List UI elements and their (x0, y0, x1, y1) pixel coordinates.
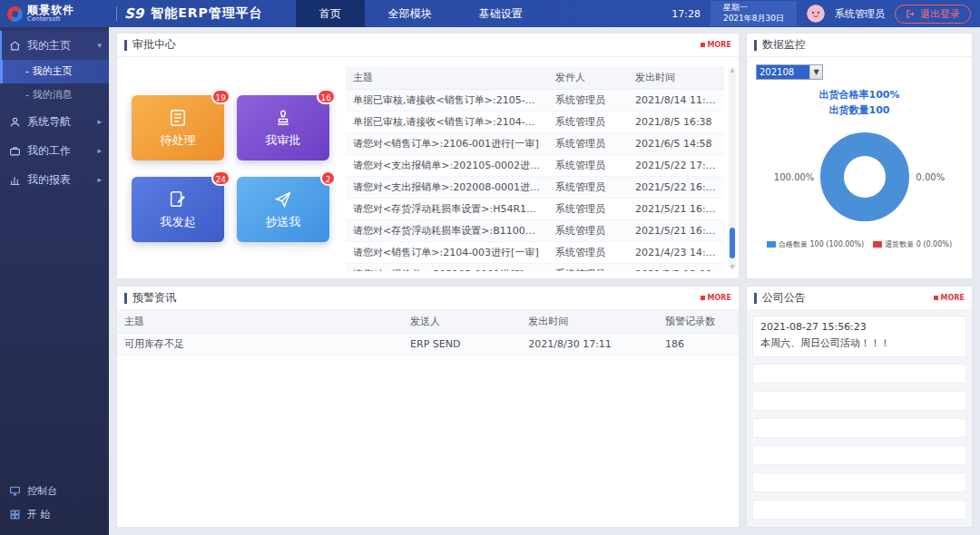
table-row[interactable]: 可用库存不足 ERP SEND 2021/8/30 17:11 186 (117, 334, 739, 355)
paper-plane-icon (273, 190, 293, 209)
column-header-time: 发出时间 (628, 66, 724, 90)
alerts-more-link[interactable]: MORE (701, 294, 731, 302)
logout-button[interactable]: 退出登录 (895, 5, 971, 24)
table-row[interactable]: 请您对<支出报销单>:202105-0002进行[审核] 系统管理员 2021/… (346, 155, 724, 177)
table-row[interactable]: 单据已审核,请接收<销售订单>:2104-002 系统管理员 2021/8/5 … (346, 112, 724, 133)
person-icon (9, 116, 21, 128)
scrollbar-thumb[interactable] (730, 228, 735, 258)
table-row[interactable]: 请您对<报价单>:202103-0001进行[审核] 系统管理员 2021/3/… (346, 264, 724, 272)
logo-name: 顺景软件 (27, 5, 74, 16)
column-header-time: 发出时间 (521, 310, 658, 334)
subject-cell[interactable]: 请您对<销售订单>:2104-003进行[一审] (346, 242, 548, 264)
pending-tasks-icon (168, 108, 188, 128)
column-header-sender: 发送人 (403, 310, 521, 334)
sender-cell: 系统管理员 (548, 112, 628, 133)
title-accent (754, 293, 757, 304)
legend-swatch-return (873, 241, 882, 248)
subject-cell[interactable]: 可用库存不足 (117, 334, 403, 355)
sender-cell: 系统管理员 (548, 155, 628, 177)
announcement-item[interactable]: 2021-08-27 15:56:23 本周六、周日公司活动！！！ (752, 316, 966, 357)
username-label: 系统管理员 (835, 7, 885, 21)
nav-base-settings[interactable]: 基础设置 (456, 0, 546, 27)
user-avatar[interactable] (807, 5, 825, 23)
announcement-time: 2021-08-27 15:56:23 (760, 321, 958, 333)
start-button[interactable]: 开 始 (0, 502, 109, 526)
tile-my-approvals[interactable]: 16 我审批 (237, 95, 329, 160)
subject-cell[interactable]: 请您对<支出报销单>:202105-0002进行[审核] (346, 155, 548, 177)
subject-cell[interactable]: 单据已审核,请接收<销售订单>:2105-001 (346, 90, 548, 112)
announcement-placeholder (752, 364, 966, 384)
sidebar-item-my-work[interactable]: 我的工作 ▸ (0, 136, 109, 165)
sender-cell: 系统管理员 (548, 199, 628, 220)
subject-cell[interactable]: 请您对<报价单>:202103-0001进行[审核] (346, 264, 548, 272)
logout-icon (906, 9, 916, 19)
subject-cell[interactable]: 请您对<存货浮动耗损率设置>:B11000001进行[审核] (346, 220, 548, 242)
time-cell: 2021/6/5 14:58 (628, 133, 724, 155)
column-header-count: 预警记录数 (658, 310, 739, 334)
column-header-subject: 主题 (117, 310, 403, 334)
sender-cell: 系统管理员 (548, 220, 628, 242)
subject-cell[interactable]: 请您对<支出报销单>:202008-0001进行[审核] (346, 177, 548, 199)
scroll-up-icon[interactable]: ▲ (729, 66, 736, 73)
alerts-panel: 预警资讯 MORE 主题 发送人 发出时间 预警记录数 (116, 286, 740, 528)
sidebar-item-my-reports[interactable]: 我的报表 ▸ (0, 165, 109, 194)
approval-more-link[interactable]: MORE (701, 41, 731, 49)
donut-right-label: 0.00% (916, 172, 945, 182)
approval-tiles: 19 待处理 16 我审批 24 (132, 66, 329, 271)
table-row[interactable]: 请您对<存货浮动耗损率设置>:H54R1S006002进行[审核] 系统管理员 … (346, 199, 724, 220)
subject-cell[interactable]: 单据已审核,请接收<销售订单>:2104-002 (346, 112, 548, 133)
chevron-down-icon: ▾ (97, 41, 102, 50)
table-row[interactable]: 请您对<销售订单>:2106-001进行[一审] 系统管理员 2021/6/5 … (346, 133, 724, 155)
chevron-right-icon: ▸ (97, 175, 102, 184)
tile-pending[interactable]: 19 待处理 (132, 95, 224, 160)
start-grid-icon (9, 509, 21, 520)
product-name: S9 (124, 5, 143, 22)
time-cell: 2021/5/21 16:13 (628, 220, 724, 242)
period-value: 202108 (757, 65, 809, 79)
tile-initiated-by-me[interactable]: 24 我发起 (132, 177, 224, 242)
sender-cell: 系统管理员 (548, 90, 628, 112)
announcement-placeholder (752, 500, 966, 520)
count-cell: 186 (658, 334, 739, 355)
sidebar-subitem-my-messages[interactable]: 我的消息 (0, 83, 109, 107)
subject-cell[interactable]: 请您对<存货浮动耗损率设置>:H54R1S006002进行[审核] (346, 199, 548, 220)
scrollbar-vertical[interactable]: ▲ ▼ (729, 66, 736, 269)
sidebar-subitem-my-home[interactable]: 我的主页 (0, 60, 109, 83)
title-accent (124, 40, 127, 51)
table-row[interactable]: 单据已审核,请接收<销售订单>:2105-001 系统管理员 2021/8/14… (346, 90, 724, 112)
panel-title: 公司公告 (762, 290, 806, 306)
table-row[interactable]: 请您对<存货浮动耗损率设置>:B11000001进行[审核] 系统管理员 202… (346, 220, 724, 242)
donut-left-label: 100.00% (774, 172, 815, 182)
time-cell: 2021/4/23 14:06 (628, 242, 724, 264)
title-accent (124, 293, 127, 304)
table-row[interactable]: 请您对<销售订单>:2104-003进行[一审] 系统管理员 2021/4/23… (346, 242, 724, 264)
app-logo: 顺景软件 Centersoft (0, 5, 109, 23)
time-cell: 2021/8/14 11:45 (628, 90, 724, 112)
badge-count: 19 (211, 89, 230, 104)
sidebar-item-system-nav[interactable]: 系统导航 ▸ (0, 107, 109, 136)
nav-home[interactable]: 首页 (296, 0, 365, 27)
sender-cell: 系统管理员 (548, 242, 628, 264)
table-row[interactable]: 请您对<支出报销单>:202008-0001进行[审核] 系统管理员 2021/… (346, 177, 724, 199)
more-icon (934, 296, 938, 300)
console-icon (9, 485, 21, 497)
tile-cc-to-me[interactable]: 2 抄送我 (237, 177, 329, 242)
clock-time: 17:28 (671, 8, 701, 20)
pass-rate-label: 出货合格率100% (756, 87, 963, 102)
sidebar-item-my-home[interactable]: 我的主页 ▾ (0, 31, 109, 60)
shipment-count-label: 出货数量100 (756, 102, 963, 118)
logo-icon (7, 6, 23, 22)
top-header: 顺景软件 Centersoft S9 智能ERP管理平台 首页 全部模块 基础设… (0, 0, 980, 27)
top-nav: 首页 全部模块 基础设置 (296, 0, 546, 27)
announcement-text: 本周六、周日公司活动！！！ (760, 336, 958, 350)
scroll-down-icon[interactable]: ▼ (729, 263, 736, 269)
date-label: 2021年8月30日 (723, 14, 784, 24)
nav-all-modules[interactable]: 全部模块 (365, 0, 456, 27)
announcements-more-link[interactable]: MORE (934, 294, 965, 302)
alerts-table: 主题 发送人 发出时间 预警记录数 可用库存不足 ERP SEND 20 (117, 310, 739, 527)
chevron-right-icon: ▸ (97, 117, 102, 126)
period-select[interactable]: 202108 ▼ (756, 64, 823, 80)
console-button[interactable]: 控制台 (0, 479, 109, 502)
subject-cell[interactable]: 请您对<销售订单>:2106-001进行[一审] (346, 133, 548, 155)
chevron-down-icon[interactable]: ▼ (809, 65, 822, 79)
